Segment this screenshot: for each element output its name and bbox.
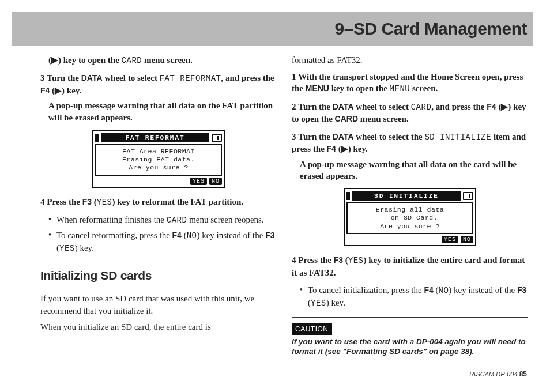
key-value: NO: [438, 286, 449, 295]
left-margin-strip: [12, 54, 40, 357]
lcd-title: FAT REFORMAT: [101, 133, 209, 142]
step-4: 4 Press the F3 (YES) key to reformat the…: [40, 196, 277, 208]
text: , and press the: [431, 102, 487, 111]
text: wheel to select: [103, 73, 160, 82]
menu-name: SD INITIALIZE: [424, 133, 491, 142]
key-value: YES: [348, 256, 364, 265]
lcd-tab-icon: [346, 192, 350, 200]
lcd-body: Erasing all data on SD Card. Are you sur…: [346, 202, 473, 234]
lcd-yes-button: YES: [442, 236, 458, 243]
key-label: CARD: [335, 114, 358, 123]
key-value: YES: [311, 299, 326, 308]
right-column: formatted as FAT32. 1 With the transport…: [292, 54, 528, 357]
text: (: [182, 231, 187, 240]
step-number: 3: [292, 132, 296, 141]
key-label: F3: [82, 197, 92, 206]
text: ) key.: [326, 298, 345, 307]
page: 9–SD Card Management (▶) key to open the…: [0, 0, 550, 392]
caution-rule: [292, 317, 528, 318]
sd-card-icon: [212, 134, 222, 142]
lcd-buttons: YES NO: [346, 236, 473, 243]
text: (▶) key.: [336, 144, 368, 153]
sd-card-icon: [463, 192, 473, 200]
chapter-header: 9–SD Card Management: [12, 12, 533, 46]
lcd-titlebar: FAT REFORMAT: [95, 133, 222, 143]
text: ) key to reformat the FAT partition.: [112, 197, 243, 206]
step-followup: A pop-up message warning that all data o…: [300, 159, 528, 182]
text: To cancel initialization, press the: [308, 285, 424, 295]
section-heading-box: Initializing SD cards: [40, 265, 277, 287]
text: Turn the: [47, 73, 81, 82]
lcd-titlebar: SD INITIALIZE: [346, 191, 473, 201]
menu-name: CARD: [167, 216, 187, 225]
text: To cancel reformatting, press the: [56, 231, 172, 240]
bullet-list: To cancel initialization, press the F4 (…: [300, 284, 528, 309]
bullet-list: When reformatting finishes the CARD menu…: [48, 214, 277, 254]
text: ) key.: [75, 243, 94, 252]
paragraph: When you initialize an SD card, the enti…: [40, 321, 277, 333]
text: menu screen.: [142, 55, 193, 65]
lcd-fat-reformat: FAT REFORMAT FAT Area REFORMAT Erasing F…: [92, 130, 225, 188]
step-4: 4 Press the F3 (YES) key to initialize t…: [292, 254, 528, 278]
menu-name: CARD: [411, 103, 432, 112]
key-value: NO: [187, 231, 197, 240]
page-number: 85: [519, 370, 527, 378]
key-label: F4: [487, 102, 496, 111]
step-number: 1: [292, 72, 296, 81]
key-label: F4: [327, 144, 336, 153]
footer-brand: TASCAM DP-004: [468, 371, 517, 378]
text: key to open the: [329, 84, 390, 93]
text: Press the: [47, 197, 82, 206]
lcd-title: SD INITIALIZE: [352, 191, 461, 201]
chapter-title: 9–SD Card Management: [335, 19, 527, 39]
key-label: DATA: [81, 73, 103, 82]
text: wheel to select: [354, 102, 411, 111]
key-label: DATA: [333, 132, 354, 141]
lcd-sd-initialize: SD INITIALIZE Erasing all data on SD Car…: [344, 188, 476, 246]
caution-text: If you want to use the card with a DP-00…: [292, 337, 528, 357]
key-label: F4: [40, 86, 50, 95]
key-label: F3: [334, 255, 343, 265]
content-area: (▶) key to open the CARD menu screen. 3 …: [12, 54, 533, 357]
list-item: To cancel initialization, press the F4 (…: [300, 284, 528, 309]
text: menu screen.: [358, 114, 409, 123]
continuation-line: (▶) key to open the CARD menu screen.: [48, 54, 277, 66]
text: When reformatting finishes the: [56, 215, 167, 224]
step-followup: A pop-up message warning that all data o…: [48, 100, 277, 123]
text: ) key instead of the: [197, 231, 265, 240]
key-label: F3: [517, 285, 526, 295]
lcd-buttons: YES NO: [95, 178, 222, 185]
step-3: 3 Turn the DATA wheel to select the SD I…: [292, 131, 528, 182]
text: Turn the: [298, 132, 332, 141]
step-number: 4: [40, 197, 45, 206]
page-footer: TASCAM DP-004 85: [468, 370, 527, 378]
key-label: DATA: [333, 102, 354, 111]
text: (: [92, 197, 97, 206]
menu-name: CARD: [122, 56, 142, 65]
text: (▶) key to open the: [48, 55, 122, 65]
lcd-no-button: NO: [461, 236, 473, 243]
lcd-tab-icon: [95, 134, 99, 142]
key-label: F4: [424, 285, 433, 295]
step-3: 3 Turn the DATA wheel to select FAT REFO…: [40, 72, 277, 123]
text: wheel to select the: [354, 132, 425, 141]
step-number: 2: [292, 102, 296, 111]
left-column: (▶) key to open the CARD menu screen. 3 …: [40, 54, 277, 357]
key-label: F3: [265, 231, 274, 240]
text: Press the: [298, 255, 333, 265]
key-label: MENU: [306, 84, 329, 93]
section-title: Initializing SD cards: [40, 267, 277, 284]
menu-name: FAT REFORMAT: [160, 74, 221, 83]
list-item: When reformatting finishes the CARD menu…: [48, 214, 277, 226]
caution-label: CAUTION: [292, 323, 332, 336]
text: (: [343, 255, 348, 265]
text: Turn the: [298, 102, 332, 111]
lcd-no-button: NO: [209, 178, 222, 185]
key-label: F4: [172, 231, 182, 240]
step-number: 3: [40, 73, 45, 82]
key-value: YES: [97, 198, 112, 207]
text: (▶) key.: [50, 86, 81, 95]
lcd-yes-button: YES: [190, 178, 207, 185]
step-1: 1 With the transport stopped and the Hom…: [292, 71, 528, 95]
paragraph: formatted as FAT32.: [292, 54, 528, 66]
